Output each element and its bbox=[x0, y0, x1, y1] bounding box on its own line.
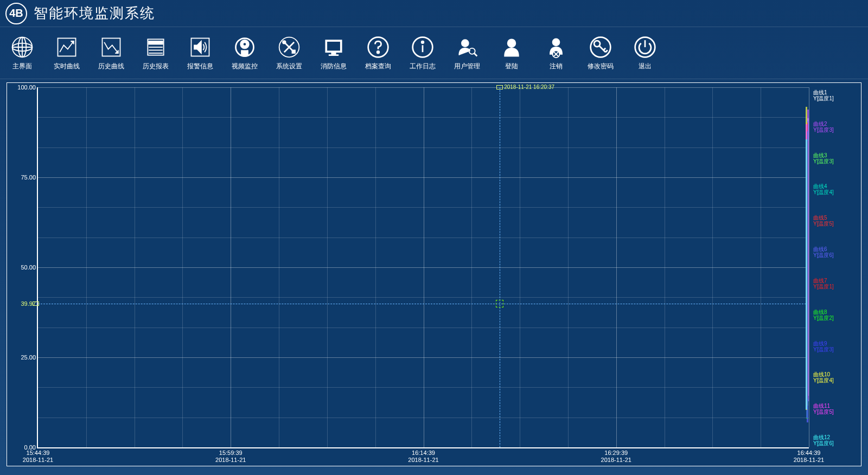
tool-video[interactable]: 视频监控 bbox=[229, 35, 260, 71]
grid-line-v bbox=[279, 87, 279, 447]
tool-user-mgmt[interactable]: 用户管理 bbox=[451, 35, 483, 71]
legend-var: Y[温度4] bbox=[813, 377, 860, 383]
tool-settings[interactable]: 系统设置 bbox=[273, 35, 305, 71]
legend-var: Y[温度3] bbox=[813, 346, 860, 352]
svg-point-31 bbox=[462, 40, 469, 47]
tool-archive[interactable]: 档案查询 bbox=[362, 35, 394, 71]
camera-icon bbox=[232, 35, 257, 60]
legend-var: Y[温度3] bbox=[813, 158, 860, 164]
legend-item[interactable]: 曲线5Y[温度5] bbox=[811, 215, 860, 227]
tool-realtime[interactable]: 实时曲线 bbox=[51, 35, 82, 71]
tool-label: 报警信息 bbox=[187, 62, 213, 71]
legend-name: 曲线7 bbox=[813, 278, 860, 284]
grid-line-v bbox=[616, 87, 617, 447]
grid-line-v bbox=[424, 87, 424, 447]
legend-item[interactable]: 曲线4Y[温度4] bbox=[811, 183, 860, 195]
tool-label: 用户管理 bbox=[454, 62, 480, 71]
legend-item[interactable]: 曲线8Y[温度2] bbox=[811, 309, 860, 321]
user-x-icon bbox=[544, 35, 569, 60]
tool-label: 工作日志 bbox=[410, 62, 436, 71]
power-icon bbox=[633, 35, 658, 60]
grid-line-v bbox=[231, 87, 231, 447]
legend-var: Y[温度2] bbox=[813, 315, 860, 321]
legend-item[interactable]: 曲线12Y[温度6] bbox=[811, 434, 860, 446]
legend-var: Y[温度1] bbox=[813, 284, 860, 290]
tool-alarm[interactable]: 报警信息 bbox=[184, 35, 216, 71]
question-icon bbox=[366, 35, 391, 60]
tools-icon bbox=[277, 35, 302, 60]
x-tick: 15:44:392018-11-21 bbox=[23, 450, 53, 464]
tool-label: 视频监控 bbox=[232, 62, 258, 71]
legend-item[interactable]: 曲线10Y[温度4] bbox=[811, 371, 860, 383]
tool-label: 历史报表 bbox=[143, 62, 169, 71]
tool-main[interactable]: 主界面 bbox=[7, 35, 38, 71]
grid-line-v bbox=[135, 87, 135, 447]
globe-icon bbox=[10, 35, 35, 60]
grid-line-v bbox=[568, 87, 569, 447]
svg-rect-23 bbox=[327, 41, 341, 51]
cursor-vertical[interactable] bbox=[500, 87, 500, 447]
legend-item[interactable]: 曲线6Y[温度6] bbox=[811, 246, 860, 258]
tool-history-curve[interactable]: 历史曲线 bbox=[95, 35, 127, 71]
key-icon bbox=[588, 35, 613, 60]
x-tick: 15:59:392018-11-21 bbox=[215, 450, 246, 464]
cursor-x-handle[interactable] bbox=[496, 85, 503, 89]
legend-var: Y[温度5] bbox=[813, 221, 860, 227]
tool-label: 主界面 bbox=[12, 62, 32, 71]
svg-line-43 bbox=[605, 50, 608, 53]
legend-name: 曲线11 bbox=[813, 403, 860, 409]
grid-line-v bbox=[665, 87, 665, 447]
tool-label: 退出 bbox=[639, 62, 652, 71]
x-tick: 16:29:392018-11-21 bbox=[601, 450, 631, 464]
svg-point-16 bbox=[242, 42, 246, 46]
legend-item[interactable]: 曲线7Y[温度1] bbox=[811, 278, 860, 290]
header: 4B 智能环境监测系统 bbox=[0, 0, 868, 27]
tool-exit[interactable]: 退出 bbox=[629, 35, 661, 71]
user-icon bbox=[499, 35, 524, 60]
svg-point-35 bbox=[553, 38, 560, 46]
app-title: 智能环境监测系统 bbox=[34, 4, 155, 23]
logo-icon: 4B bbox=[5, 3, 27, 24]
legend-name: 曲线3 bbox=[813, 152, 860, 158]
user-search-icon bbox=[455, 35, 480, 60]
tool-fire[interactable]: 消防信息 bbox=[318, 35, 349, 71]
legend-name: 曲线6 bbox=[813, 246, 860, 252]
legend-name: 曲线4 bbox=[813, 183, 860, 189]
cursor-cross[interactable] bbox=[496, 300, 503, 307]
tool-history-report[interactable]: 历史报表 bbox=[140, 35, 171, 71]
legend-item[interactable]: 曲线1Y[温度1] bbox=[811, 89, 860, 101]
svg-point-27 bbox=[377, 51, 379, 53]
x-tick: 16:44:392018-11-21 bbox=[794, 450, 824, 464]
cursor-horizontal[interactable] bbox=[38, 304, 809, 304]
tool-password[interactable]: 修改密码 bbox=[585, 35, 616, 71]
tool-login[interactable]: 登陆 bbox=[496, 35, 527, 71]
toolbar: 主界面实时曲线历史曲线历史报表报警信息视频监控系统设置消防信息档案查询工作日志用… bbox=[0, 27, 868, 79]
chart-plot[interactable]: 0.0025.0050.0075.00100.0015:44:392018-11… bbox=[37, 87, 809, 448]
legend-item[interactable]: 曲线9Y[温度3] bbox=[811, 341, 860, 352]
svg-rect-8 bbox=[149, 41, 163, 44]
monitor-icon bbox=[321, 35, 346, 60]
grid-line-v bbox=[712, 87, 713, 447]
svg-marker-13 bbox=[194, 41, 201, 53]
legend-item[interactable]: 曲线3Y[温度3] bbox=[811, 152, 860, 164]
legend-item[interactable]: 曲线11Y[温度5] bbox=[811, 403, 860, 415]
legend-var: Y[温度6] bbox=[813, 252, 860, 258]
tool-label: 历史曲线 bbox=[98, 62, 124, 71]
legend-item[interactable]: 曲线2Y[温度3] bbox=[811, 121, 860, 133]
svg-point-29 bbox=[422, 41, 424, 43]
legend-name: 曲线5 bbox=[813, 215, 860, 221]
y-tick: 75.00 bbox=[21, 174, 36, 181]
tool-logout[interactable]: 注销 bbox=[540, 35, 572, 71]
legend-var: Y[温度4] bbox=[813, 189, 860, 195]
legend-name: 曲线8 bbox=[813, 309, 860, 315]
cursor-y-handle[interactable] bbox=[33, 301, 39, 306]
grid-line-v bbox=[471, 87, 472, 447]
legend-name: 曲线10 bbox=[813, 371, 860, 377]
tool-label: 系统设置 bbox=[276, 62, 302, 71]
svg-line-42 bbox=[604, 48, 606, 50]
y-tick: 25.00 bbox=[21, 354, 36, 361]
tool-worklog[interactable]: 工作日志 bbox=[407, 35, 438, 71]
legend-var: Y[温度1] bbox=[813, 95, 860, 101]
svg-rect-21 bbox=[292, 50, 296, 54]
legend-name: 曲线12 bbox=[813, 434, 860, 440]
